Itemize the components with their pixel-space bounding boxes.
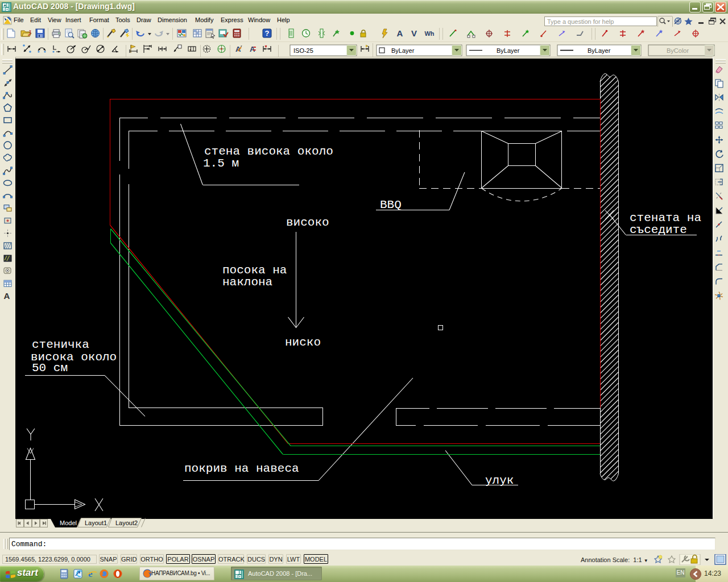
- svg-text:стена висока около: стена висока около: [204, 145, 333, 158]
- svg-text:ByLayer: ByLayer: [497, 47, 520, 54]
- svg-text:ByColor: ByColor: [667, 47, 689, 54]
- svg-text:посока на: посока на: [222, 264, 287, 277]
- svg-text:високо: високо: [286, 216, 329, 229]
- svg-text:A: A: [250, 45, 255, 53]
- svg-text:V: V: [411, 28, 417, 38]
- svg-text:?: ?: [265, 29, 270, 38]
- svg-text:+: +: [189, 48, 192, 51]
- svg-text:Layout1: Layout1: [85, 519, 107, 526]
- svg-text:покрив на навеса: покрив на навеса: [184, 462, 299, 475]
- svg-text:стената на: стената на: [630, 211, 701, 225]
- svg-text:50 см: 50 см: [32, 361, 68, 375]
- svg-text:съседите: съседите: [630, 223, 687, 236]
- svg-text:ниско: ниско: [285, 336, 321, 349]
- svg-text:ISO-25: ISO-25: [293, 47, 313, 54]
- svg-text:ByLayer: ByLayer: [588, 47, 611, 54]
- svg-text:A: A: [4, 291, 10, 301]
- svg-text:1.5 м: 1.5 м: [203, 157, 239, 170]
- svg-text:Wh: Wh: [424, 30, 434, 37]
- svg-text:ByLayer: ByLayer: [391, 47, 415, 54]
- svg-text:улук: улук: [485, 474, 514, 487]
- svg-text:Model: Model: [60, 519, 77, 526]
- svg-text:Layout2: Layout2: [115, 519, 138, 526]
- svg-text:наклона: наклона: [222, 276, 272, 289]
- svg-text:BBQ: BBQ: [380, 198, 402, 211]
- svg-text:A: A: [235, 45, 241, 53]
- svg-text:A: A: [397, 28, 403, 38]
- svg-text:стеничка: стеничка: [32, 338, 89, 351]
